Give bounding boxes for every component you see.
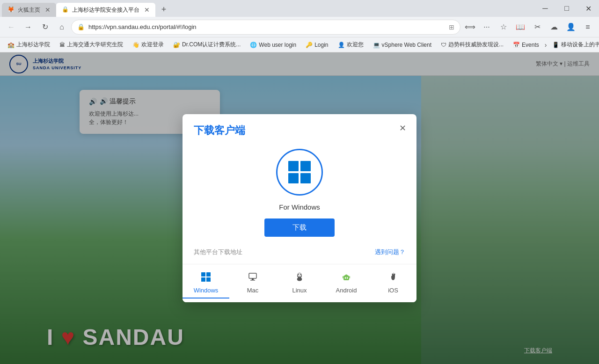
windows-logo-svg: [286, 159, 313, 185]
bookmark-favicon-7: 👤: [338, 42, 345, 48]
minimize-button[interactable]: ─: [534, 0, 556, 17]
forward-button[interactable]: →: [21, 20, 36, 35]
modal-header: 下载客户端 ✕: [183, 114, 416, 138]
tab-favicon-2: 🔒: [62, 6, 69, 14]
tab-windows[interactable]: Windows: [183, 268, 229, 298]
bookmark-label-4: Dr.COM认证计费系统...: [182, 41, 241, 49]
close-window-button[interactable]: ✕: [577, 0, 599, 17]
platform-label: For Windows: [279, 203, 320, 211]
bookmark-item-11[interactable]: 📱 移动设备上的书签: [548, 40, 599, 50]
bookmark-item-10[interactable]: 📅 Events: [509, 41, 543, 49]
tab-close-1[interactable]: ✕: [45, 6, 51, 14]
browser-frame: 🦊 火狐主页 ✕ 🔒 上海杉达学院安全接入平台 ✕ + ─ □ ✕ ← → ↻ …: [0, 0, 599, 364]
bookmark-label-3: 欢迎登录: [141, 41, 164, 49]
screenshot-button[interactable]: ✂: [530, 20, 545, 35]
download-modal: 下载客户端 ✕: [183, 114, 416, 302]
bookmarks-more-button[interactable]: ›: [545, 39, 547, 51]
bookmark-label-8: vSphere Web Client: [382, 42, 432, 48]
tab-title-2: 上海杉达学院安全接入平台: [72, 6, 139, 14]
sync-button[interactable]: ☁: [547, 20, 562, 35]
bookmark-favicon-11: 📱: [552, 42, 559, 48]
bookmark-label-7: 欢迎您: [347, 41, 364, 49]
tab-ios[interactable]: iOS: [370, 268, 416, 298]
account-button[interactable]: 👤: [563, 20, 578, 35]
bookmark-item-3[interactable]: 👋 欢迎登录: [129, 40, 168, 50]
bookmark-item-6[interactable]: 🔑 Login: [302, 41, 332, 49]
toolbar-right: ⟺ ··· ☆ 📖 ✂ ☁ 👤 ≡: [462, 20, 595, 35]
other-platforms-label: 其他平台下载地址: [194, 248, 242, 256]
bookmarks-bar: 🏫 上海杉达学院 🏛 上海交通大学研究生院 👋 欢迎登录 🔐 Dr.COM认证计…: [0, 37, 599, 52]
android-tab-label: Android: [336, 287, 357, 294]
bookmark-favicon-8: 💻: [373, 42, 380, 48]
windows-logo-circle: [276, 149, 323, 196]
permissions-icon: ⊞: [449, 23, 454, 31]
svg-rect-20: [343, 276, 343, 278]
bookmark-favicon-10: 📅: [513, 42, 520, 48]
bookmark-label-6: Login: [314, 42, 328, 48]
svg-rect-5: [206, 272, 211, 277]
translate-button[interactable]: ⟺: [462, 20, 477, 35]
tab-linux[interactable]: Linux: [276, 268, 323, 298]
bookmark-favicon-5: 🌐: [250, 42, 257, 48]
download-button[interactable]: 下载: [264, 218, 335, 237]
tab-active-2[interactable]: 🔒 上海杉达学院安全接入平台 ✕: [56, 3, 155, 17]
home-button[interactable]: ⌂: [54, 20, 69, 35]
bookmark-label-9: 趋势科技威胁发现设...: [448, 41, 504, 49]
bookmark-item-8[interactable]: 💻 vSphere Web Client: [369, 41, 436, 49]
maximize-button[interactable]: □: [556, 0, 577, 17]
modal-close-button[interactable]: ✕: [396, 122, 409, 135]
bookmark-label-2: 上海交通大学研究生院: [67, 41, 123, 49]
bookmark-item-4[interactable]: 🔐 Dr.COM认证计费系统...: [169, 40, 244, 50]
bookmark-favicon-6: 🔑: [306, 42, 313, 48]
svg-point-14: [300, 274, 301, 275]
modal-title: 下载客户端: [194, 124, 245, 136]
mac-tab-label: Mac: [247, 287, 259, 294]
windows-tab-label: Windows: [194, 287, 219, 294]
security-lock-icon: 🔒: [77, 23, 85, 30]
new-tab-button[interactable]: +: [157, 3, 170, 16]
svg-rect-2: [288, 173, 299, 183]
windows-tab-icon: [201, 272, 211, 285]
svg-rect-0: [288, 161, 299, 171]
svg-point-13: [298, 274, 299, 275]
help-link[interactable]: 遇到问题？: [375, 248, 405, 256]
bookmark-item-2[interactable]: 🏛 上海交通大学研究生院: [56, 40, 127, 50]
svg-rect-8: [249, 273, 256, 278]
bookmark-label-10: Events: [522, 42, 539, 48]
bookmark-item-1[interactable]: 🏫 上海杉达学院: [4, 40, 54, 50]
tab-inactive-1[interactable]: 🦊 火狐主页 ✕: [2, 3, 56, 17]
bookmark-button[interactable]: ☆: [496, 20, 511, 35]
platform-tabs: Windows Mac: [183, 264, 416, 302]
bookmark-label-11: 移动设备上的书签: [561, 41, 599, 49]
tab-close-2[interactable]: ✕: [144, 6, 150, 14]
modal-overlay: 下载客户端 ✕: [0, 52, 599, 364]
svg-rect-3: [300, 173, 311, 183]
android-tab-icon: [341, 272, 351, 285]
bookmark-favicon-3: 👋: [132, 42, 139, 48]
svg-point-18: [345, 274, 346, 275]
refresh-button[interactable]: ↻: [37, 20, 52, 35]
tab-mac[interactable]: Mac: [229, 268, 276, 298]
title-bar: 🦊 火狐主页 ✕ 🔒 上海杉达学院安全接入平台 ✕ + ─ □ ✕: [0, 0, 599, 17]
bookmark-item-7[interactable]: 👤 欢迎您: [334, 40, 367, 50]
back-button[interactable]: ←: [4, 20, 19, 35]
ios-tab-label: iOS: [388, 287, 398, 294]
svg-point-19: [347, 274, 348, 275]
window-controls: ─ □ ✕: [534, 0, 599, 17]
svg-rect-15: [343, 276, 349, 280]
menu-button[interactable]: ≡: [580, 20, 595, 35]
page-content: SU 上海杉达学院SANDA UNIVERSITY 繁体中文 ▾ | 运维工具 …: [0, 52, 599, 364]
address-input-wrap[interactable]: 🔒 https://vpn.sandau.edu.cn/portal/#!/lo…: [71, 20, 460, 35]
bookmark-item-9[interactable]: 🛡 趋势科技威胁发现设...: [437, 40, 507, 50]
svg-rect-17: [347, 277, 348, 279]
address-text: https://vpn.sandau.edu.cn/portal/#!/logi…: [88, 23, 445, 30]
bookmark-favicon-9: 🛡: [441, 42, 446, 48]
more-options-button[interactable]: ···: [479, 20, 494, 35]
bookmark-favicon-1: 🏫: [7, 42, 15, 48]
modal-footer: 其他平台下载地址 遇到问题？: [183, 248, 416, 264]
bookmark-label-1: 上海杉达学院: [16, 41, 50, 49]
reader-view-button[interactable]: 📖: [513, 20, 528, 35]
modal-body: For Windows 下载: [183, 138, 416, 248]
tab-android[interactable]: Android: [323, 268, 370, 298]
bookmark-item-5[interactable]: 🌐 Web user login: [246, 41, 300, 49]
